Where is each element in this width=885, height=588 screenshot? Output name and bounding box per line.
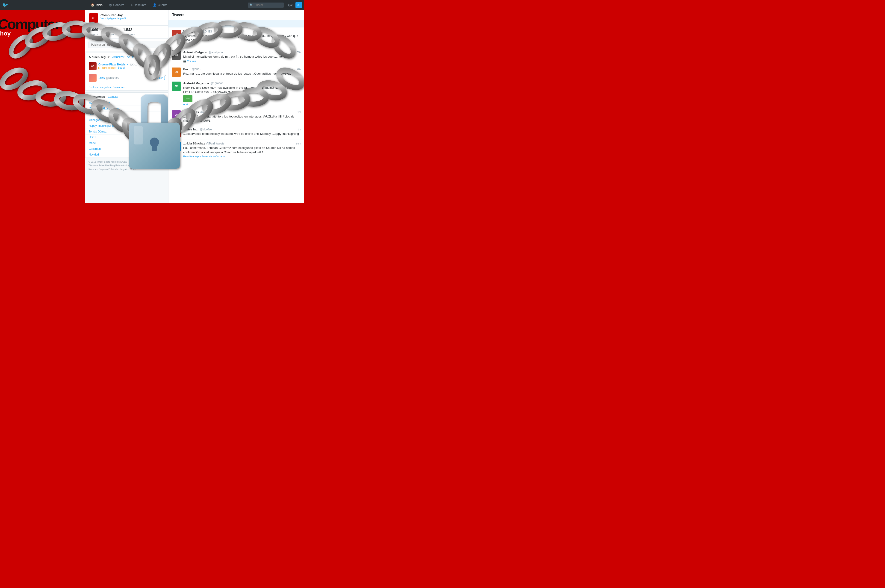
left-area: Computer hoy: [0, 10, 85, 203]
siguiendo-label: SIGUIENDO: [103, 33, 116, 36]
tweet-mcafee-handle: @McAfee: [200, 128, 212, 131]
stats-row: 1.069 TWEETS 187 SIGUIENDO 1.543 SEGUIDO…: [85, 26, 168, 39]
tweet-antonio-body: Antonio Delgado @adelgado 35s Mirad el m…: [183, 51, 301, 63]
tweet-lg-text: ¿Quieres ver la segunda Experiencia Mági…: [183, 34, 301, 42]
tendencias-title: Tendencias: [89, 95, 105, 98]
profile-info: Computer Hoy Ver mi página de perfil: [100, 14, 165, 20]
compose-button[interactable]: ✏: [296, 2, 302, 8]
tweet-android: AM Android Magazine @1grobot 1m Nook HD …: [168, 79, 304, 108]
close-follow-2-button[interactable]: ✕: [164, 74, 166, 77]
avatar: CH: [89, 14, 98, 22]
at-icon: @: [109, 3, 112, 7]
follow-item-crowne: CP Crowne Plaza Hotels ✔ @Cro... ▶ Promo…: [86, 60, 168, 72]
tweet-eur: EU Eur... @eur... 40s Ru... ría re... ut…: [168, 65, 304, 79]
follow-info-2: ..das @RRDDA5: [98, 76, 152, 80]
tweet-eur-text: Ru... ría re... uto que niega la entrega…: [183, 72, 301, 76]
mcafee-avatar: MC: [172, 128, 181, 137]
tweet-20min-time: 1m: [297, 111, 301, 113]
tweet-mcafee-time: 1m: [297, 128, 301, 131]
trend-1[interactable]: #DíaDeLaMúsica: [86, 100, 168, 106]
tweet-patricia: PS ...ricia Sánchez @Patri_tweets 55m Po…: [168, 140, 304, 160]
trend-8[interactable]: Marte: [86, 140, 168, 146]
nav-descubre[interactable]: # Descubre: [128, 0, 150, 10]
gear-button[interactable]: ⚙▾: [286, 2, 294, 8]
trend-10[interactable]: Navidad: [86, 152, 168, 158]
new-tweet-banner[interactable]: 1 nuevo tweet: [168, 20, 304, 27]
tweet-input[interactable]: [88, 41, 165, 48]
topbar-nav: 🏠 Inicio @ Conecta # Descubre 👤 Cuenta: [10, 0, 248, 10]
nav-cuenta[interactable]: 👤 Cuenta: [150, 0, 171, 10]
logo-omputer: omputer: [8, 16, 60, 32]
cambiar-link[interactable]: · Cambiar: [106, 95, 118, 98]
tweets-count: 1.069: [89, 28, 98, 32]
trend-5[interactable]: Happy Thanksgiving: [86, 123, 168, 129]
tweet-lg-action[interactable]: Abrir: [183, 43, 301, 46]
verified-icon: ✔: [126, 63, 129, 66]
logo-hoy-text: hoy: [0, 30, 12, 38]
tweet-input-area: [85, 39, 168, 51]
antonio-avatar: AD: [172, 51, 181, 60]
tweet-eur-handle: @eur...: [192, 68, 201, 71]
nav-inicio[interactable]: 🏠 Inicio: [88, 0, 106, 10]
compose-icon: ✏: [297, 3, 300, 7]
follow-link[interactable]: · Seguir: [116, 66, 125, 69]
tweet-android-action[interactable]: Abrir: [183, 103, 301, 105]
tweet-mcafee-author: ...Afee Inc.: [183, 128, 198, 131]
trend-3[interactable]: Gao Ping: [86, 111, 168, 117]
quien-seguir-section: A quién seguir · Actualizar · Ver todos …: [85, 53, 168, 90]
follow-avatar-2: [89, 74, 97, 82]
tweet-android-time: 1m: [297, 82, 301, 84]
explorar-link[interactable]: Explorar categorías · Buscar m...: [86, 84, 168, 90]
tweet-patricia-time: 55m: [296, 142, 301, 145]
follow-name-2[interactable]: ..das: [98, 76, 105, 80]
logo-computer-text: Computer: [0, 17, 60, 32]
tweets-label: TWEETS: [89, 33, 98, 36]
patricia-avatar: PS: [172, 142, 181, 151]
nav-conecta[interactable]: @ Conecta: [106, 0, 128, 10]
siguiendo-count: 187: [103, 28, 116, 32]
tweet-eur-author: Eur...: [183, 68, 190, 71]
ver-todos-link[interactable]: · Ver todos: [126, 56, 139, 59]
tweet-antonio-author: Antonio Delgado: [183, 51, 207, 54]
close-crowne-button[interactable]: ✕: [164, 62, 166, 65]
tweet-android-author-line: Android Magazine @1grobot 1m: [183, 82, 301, 85]
tweet-lg: LG LG España @LG_ES ¿Quieres ver la segu…: [168, 27, 304, 48]
trend-9[interactable]: Gallardón: [86, 146, 168, 152]
crowne-name[interactable]: Crowne Plaza Hotels: [98, 63, 126, 66]
section-header-quien-seguir: A quién seguir · Actualizar · Ver todos: [86, 53, 168, 60]
follow-item-2: ..das @RRDDA5 Seguir ✕: [86, 72, 168, 84]
topbar: 🐦 🏠 Inicio @ Conecta # Descubre 👤 Cuenta…: [0, 0, 304, 10]
gear-icon: ⚙: [288, 3, 291, 7]
topbar-right: ⚙▾ ✏: [286, 2, 302, 8]
promoted-icon: ▶: [98, 67, 100, 69]
tweet-eur-body: Eur... @eur... 40s Ru... ría re... uto q…: [183, 68, 301, 77]
actualizar-link[interactable]: · Actualizar: [111, 56, 124, 59]
quien-seguir-title: A quién seguir: [89, 55, 110, 59]
tweet-lg-author-line: LG España @LG_ES: [183, 30, 301, 33]
tendencias-header: Tendencias · Cambiar: [86, 93, 168, 100]
crowne-info: Crowne Plaza Hotels ✔ @Cro... ▶ Promocio…: [98, 63, 165, 69]
tweet-mcafee-text: ...observance of the holiday weekend, we…: [183, 132, 301, 136]
tweet-android-author: Android Magazine: [183, 82, 209, 85]
avatar-text: CH: [92, 17, 95, 20]
stat-siguiendo: 187 SIGUIENDO: [103, 28, 116, 36]
search-input[interactable]: [254, 3, 282, 7]
follow-button-2[interactable]: Seguir: [153, 76, 165, 80]
trend-7[interactable]: UDEF: [86, 135, 168, 140]
nav-inicio-label: Inicio: [96, 3, 102, 7]
profile-link[interactable]: Ver mi página de perfil: [100, 17, 165, 20]
tweets-column: Tweets 1 nuevo tweet LG LG España @LG_ES…: [168, 10, 304, 203]
tweet-antonio-action[interactable]: 📷 Ver foto: [183, 60, 301, 63]
tweet-lg-handle: @LG_ES: [200, 30, 212, 33]
tendencias-section: Tendencias · Cambiar #DíaDeLaMúsica #Vol…: [85, 92, 168, 158]
trend-2[interactable]: #VolvamosALosTiempos...: [86, 106, 168, 111]
center-column: CH Computer Hoy Ver mi página de perfil …: [85, 10, 168, 203]
trend-6[interactable]: Tomás Gómez: [86, 129, 168, 135]
tweet-lg-author: LG España: [183, 30, 199, 33]
tweet-mcafee-body: ...Afee Inc. @McAfee 1m ...observance of…: [183, 128, 301, 137]
android-avatar: AM: [172, 82, 181, 91]
tweet-patricia-action: Retwitteado por Javier de la Calzada: [183, 155, 301, 158]
search-icon: 🔍: [250, 3, 253, 7]
tweet-antonio: AD Antonio Delgado @adelgado 35s Mirad e…: [168, 48, 304, 65]
trend-4[interactable]: #Ideagoras: [86, 117, 168, 123]
